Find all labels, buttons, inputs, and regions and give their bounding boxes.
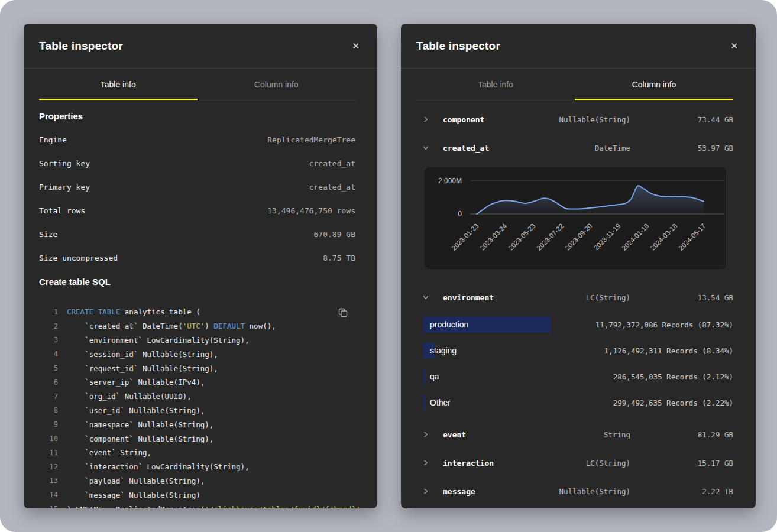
sql-code-text: `payload` Nullable(String), [67, 476, 205, 485]
sql-code-line: 8 `user_id` Nullable(String), [39, 404, 355, 418]
line-number: 12 [39, 463, 58, 471]
value-row: staging 1,126,492,311 Records (8.34%) [423, 338, 733, 364]
line-number: 7 [39, 392, 58, 401]
sql-code-text: `namespace` Nullable(String), [67, 420, 213, 429]
value-records: 286,545,035 Records (2.12%) [613, 372, 733, 381]
column-row[interactable]: interaction LC(String) 15.17 GB [423, 449, 733, 477]
line-number: 8 [39, 406, 58, 414]
svg-text:2023-03-24: 2023-03-24 [478, 222, 509, 252]
desktop-background: Table inspector ✕ Table info Column info… [0, 0, 777, 532]
chevron-right-icon [423, 116, 429, 122]
property-label: Total rows [39, 206, 85, 215]
value-records: 11,792,372,086 Records (87.32%) [595, 320, 733, 329]
sql-code-line: 5 `request_id` Nullable(String), [39, 361, 355, 375]
column-row[interactable]: component Nullable(String) 73.44 GB [423, 105, 733, 134]
value-records: 299,492,635 Records (2.22%) [613, 398, 733, 407]
column-name: created_at [443, 144, 512, 153]
column-type: Nullable(String) [512, 487, 630, 496]
property-row: Sorting key created_at [39, 151, 355, 175]
sql-code-text: `user_id` Nullable(String), [67, 406, 205, 415]
value-label: staging [430, 346, 457, 355]
line-number: 6 [39, 378, 58, 387]
column-name: interaction [443, 459, 512, 468]
copy-button[interactable] [336, 306, 349, 321]
sql-code-line: 13 `payload` Nullable(String), [39, 474, 355, 488]
sql-code-line: 11 `event` String, [39, 446, 355, 460]
line-number: 15 [39, 505, 58, 508]
svg-text:2024-05-17: 2024-05-17 [677, 222, 707, 252]
property-label: Engine [39, 135, 67, 144]
line-number: 13 [39, 476, 58, 485]
property-row: Primary key created_at [39, 175, 355, 199]
property-value: 670.89 GB [314, 230, 355, 239]
line-number: 5 [39, 364, 58, 372]
column-name: event [443, 430, 512, 439]
column-size: 15.17 GB [630, 459, 733, 468]
tab-table-info[interactable]: Table info [416, 69, 575, 100]
sql-code-line: 12 `interaction` LowCardinality(String), [39, 460, 355, 474]
sql-code-line: 14 `message` Nullable(String) [39, 488, 355, 502]
sql-code-text: `session_id` Nullable(String), [67, 350, 218, 359]
tab-label: Column info [632, 80, 676, 89]
property-row: Size 670.89 GB [39, 222, 355, 246]
svg-text:0: 0 [458, 210, 462, 218]
svg-text:2023-05-23: 2023-05-23 [507, 222, 536, 252]
value-row: production 11,792,372,086 Records (87.32… [423, 312, 733, 338]
property-label: Sorting key [39, 159, 90, 168]
tab-column-info[interactable]: Column info [198, 69, 356, 100]
value-row: qa 286,545,035 Records (2.12%) [423, 364, 733, 390]
value-row: Other 299,492,635 Records (2.22%) [423, 390, 733, 416]
sql-code-text: `request_id` Nullable(String), [67, 364, 218, 373]
columns-list[interactable]: component Nullable(String) 73.44 GB crea… [401, 105, 756, 505]
chevron-down-icon [423, 145, 429, 151]
table-inspector-dialog-column-info: Table inspector ✕ Table info Column info… [401, 24, 756, 508]
svg-text:2023-07-22: 2023-07-22 [535, 222, 565, 252]
tab-table-info[interactable]: Table info [39, 69, 198, 100]
sql-code-line: 10 `component` Nullable(String), [39, 432, 355, 446]
column-row[interactable]: event String 81.29 GB [423, 420, 733, 449]
tab-column-info[interactable]: Column info [575, 69, 733, 100]
line-number: 1 [39, 308, 58, 316]
property-label: Size uncompressed [39, 254, 118, 262]
column-type: DateTime [512, 144, 630, 153]
dialog-header: Table inspector ✕ [401, 24, 756, 69]
sql-code-line: 6 `server_ip` Nullable(IPv4), [39, 375, 355, 390]
sql-code-text: `component` Nullable(String), [67, 434, 213, 443]
column-name: environment [443, 293, 512, 302]
column-size: 53.97 GB [630, 144, 733, 153]
property-value: 8.75 TB [323, 254, 355, 262]
sql-code-text: `environment` LowCardinality(String), [67, 336, 250, 345]
property-value: 13,496,476,750 rows [267, 206, 355, 215]
column-type: LC(String) [512, 459, 630, 468]
chevron-down-icon [423, 294, 429, 300]
column-name: message [443, 487, 512, 496]
line-number: 11 [39, 449, 58, 457]
value-bar [423, 395, 426, 411]
dialog-title: Table inspector [39, 40, 123, 53]
sql-code-text: `event` String, [67, 448, 151, 457]
value-label: production [430, 320, 468, 329]
column-size: 73.44 GB [630, 115, 733, 124]
close-icon: ✕ [730, 41, 738, 51]
sql-code-text: `interaction` LowCardinality(String), [67, 462, 250, 471]
dialog-scroll-area[interactable]: Properties Engine ReplicatedMergeTree So… [24, 110, 377, 508]
svg-text:2 000M: 2 000M [438, 177, 462, 185]
column-type: String [512, 430, 630, 439]
close-button[interactable]: ✕ [728, 39, 740, 53]
property-row: Size uncompressed 8.75 TB [39, 246, 355, 270]
column-row[interactable]: message Nullable(String) 2.22 TB [423, 477, 733, 505]
copy-icon [338, 307, 348, 318]
sql-code-line: 2 `created_at` DateTime('UTC') DEFAULT n… [39, 319, 355, 333]
column-row[interactable]: environment LC(String) 13.54 GB [423, 283, 733, 312]
property-label: Primary key [39, 183, 90, 192]
value-label: qa [430, 372, 439, 381]
column-row[interactable]: created_at DateTime 53.97 GB [423, 134, 733, 162]
tab-bar: Table info Column info [416, 69, 733, 100]
close-button[interactable]: ✕ [349, 39, 362, 53]
column-size: 13.54 GB [630, 293, 733, 302]
sql-code-text: CREATE TABLE analytics_table ( [67, 307, 200, 316]
sql-code-text: `org_id` Nullable(UUID), [67, 392, 192, 401]
property-label: Size [39, 230, 57, 239]
property-row: Engine ReplicatedMergeTree [39, 128, 355, 151]
table-inspector-dialog-table-info: Table inspector ✕ Table info Column info… [24, 24, 377, 508]
